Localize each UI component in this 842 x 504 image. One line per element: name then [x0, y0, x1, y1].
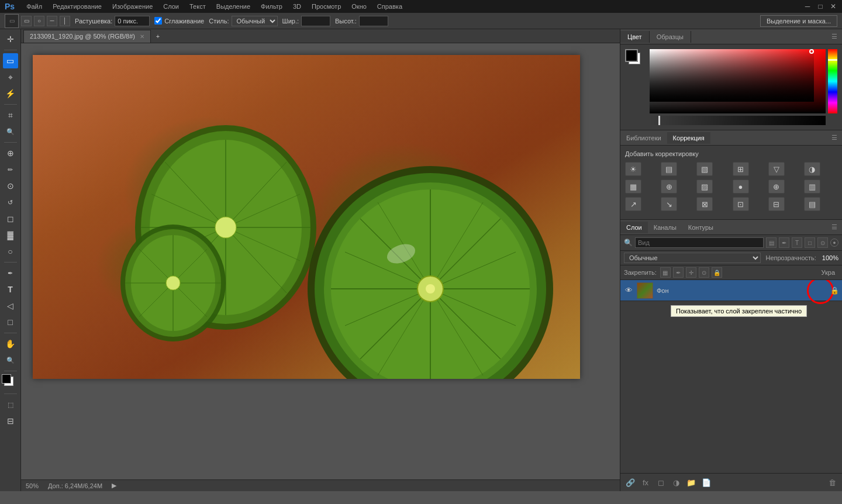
tool-select-ellipse-icon[interactable]: ○: [34, 16, 44, 26]
layer-name[interactable]: Фон: [657, 287, 827, 294]
add-mask-icon[interactable]: ◻: [654, 476, 667, 489]
lock-paint-icon[interactable]: ✒: [673, 267, 684, 278]
black-white-icon[interactable]: ⊕: [661, 179, 677, 194]
new-layer-icon[interactable]: 📄: [700, 476, 713, 489]
select-mask-button[interactable]: Выделение и маска...: [760, 15, 837, 27]
channel-mixer-icon[interactable]: ●: [733, 179, 749, 194]
filter-pixel-icon[interactable]: ▤: [766, 237, 777, 248]
add-style-icon[interactable]: fx: [639, 476, 652, 489]
tool-select-col-icon[interactable]: │: [60, 16, 70, 26]
brightness-icon[interactable]: ☀: [625, 162, 641, 176]
document-tab[interactable]: 2133091_1920.jpg @ 50% (RGB/8#) ✕: [23, 30, 151, 43]
zoom-tool[interactable]: 🔍: [3, 353, 18, 368]
color-alpha-bar[interactable]: [650, 116, 826, 125]
tab-channels[interactable]: Каналы: [648, 222, 682, 233]
lasso-tool[interactable]: ⌖: [3, 70, 18, 85]
minimize-button[interactable]: ─: [803, 2, 812, 11]
color-lookup-icon[interactable]: ⊕: [768, 179, 785, 194]
menu-filter[interactable]: Фильтр: [256, 2, 287, 11]
layers-search-input[interactable]: [635, 237, 764, 248]
menu-layers[interactable]: Слои: [158, 2, 184, 11]
new-group-icon[interactable]: 📁: [685, 476, 698, 489]
menu-edit[interactable]: Редактирование: [48, 2, 106, 11]
style-select[interactable]: Обычный: [232, 16, 278, 26]
exposure-icon[interactable]: ⊞: [733, 162, 749, 176]
menu-text[interactable]: Текст: [185, 2, 210, 11]
select-rect-tool[interactable]: ▭: [3, 53, 18, 68]
color-balance-icon[interactable]: ▦: [625, 179, 641, 194]
crop-tool[interactable]: ⌗: [3, 108, 18, 123]
fg-bg-swatches[interactable]: [625, 49, 645, 69]
curves-icon[interactable]: ▧: [696, 162, 713, 176]
tab-libraries[interactable]: Библиотеки: [620, 132, 667, 144]
layer-thumbnail[interactable]: [637, 282, 653, 299]
lock-all-icon[interactable]: 🔒: [712, 267, 722, 278]
delete-layer-icon[interactable]: 🗑: [826, 476, 838, 489]
levels-icon[interactable]: ▤: [661, 162, 677, 176]
color-panel-menu[interactable]: ☰: [827, 30, 842, 43]
menu-window[interactable]: Окно: [347, 2, 371, 11]
filter-shape-icon[interactable]: □: [805, 237, 815, 248]
text-tool[interactable]: T: [3, 282, 18, 297]
color-gradient-area[interactable]: [650, 49, 837, 125]
canvas-image[interactable]: [33, 55, 580, 379]
new-tab-button[interactable]: +: [153, 30, 163, 43]
filter-type-icon[interactable]: T: [792, 237, 802, 248]
shape-tool[interactable]: □: [3, 315, 18, 330]
gradient-tool[interactable]: ▓: [3, 227, 18, 243]
lock-move-icon[interactable]: ✛: [686, 267, 696, 278]
maximize-button[interactable]: □: [816, 2, 824, 11]
hue-sat-icon[interactable]: ◑: [804, 162, 820, 176]
link-layers-icon[interactable]: 🔗: [624, 476, 637, 489]
vibrance-icon[interactable]: ▽: [768, 162, 785, 176]
color-hue-bar[interactable]: [828, 49, 837, 113]
invert-icon[interactable]: ▥: [804, 179, 820, 194]
adj-panel-menu[interactable]: ☰: [827, 132, 842, 144]
color-swatches[interactable]: [2, 374, 19, 391]
eyedropper-tool[interactable]: 🔍: [3, 124, 18, 139]
menu-view[interactable]: Просмотр: [307, 2, 346, 11]
threshold-icon[interactable]: ↘: [661, 197, 677, 211]
healing-tool[interactable]: ⊕: [3, 146, 18, 161]
history-tool[interactable]: ↺: [3, 195, 18, 210]
tool-select-row-icon[interactable]: ─: [47, 16, 57, 26]
pen-tool[interactable]: ✒: [3, 265, 18, 281]
quick-mask-tool[interactable]: ⬚: [3, 397, 18, 412]
feather-input[interactable]: [115, 16, 150, 26]
tab-close-button[interactable]: ✕: [140, 33, 144, 40]
posterize-icon[interactable]: ↗: [625, 197, 641, 211]
filter-smart-icon[interactable]: ⊙: [817, 237, 828, 248]
menu-file[interactable]: Файл: [22, 2, 47, 11]
blend-mode-select[interactable]: Обычные: [624, 253, 761, 263]
dodge-tool[interactable]: ○: [3, 244, 18, 259]
close-button[interactable]: ✕: [829, 2, 837, 11]
anti-alias-checkbox[interactable]: [154, 17, 162, 25]
move-tool[interactable]: ✛: [3, 32, 18, 47]
filter-toggle[interactable]: ●: [830, 239, 838, 247]
extra-icon2[interactable]: ▤: [804, 197, 820, 211]
filter-adj-icon[interactable]: ✒: [779, 237, 789, 248]
tab-layers[interactable]: Слои: [620, 222, 648, 233]
lock-pixels-icon[interactable]: ▦: [660, 267, 671, 278]
tool-preset-picker[interactable]: ▭: [5, 14, 19, 28]
menu-help[interactable]: Справка: [372, 2, 407, 11]
status-arrow[interactable]: ▶: [112, 482, 116, 489]
color-saturation-value[interactable]: [650, 49, 826, 113]
fg-color-swatch[interactable]: [2, 374, 11, 384]
menu-select[interactable]: Выделение: [212, 2, 255, 11]
add-adjustment-icon[interactable]: ◑: [670, 476, 682, 489]
fg-color-box[interactable]: [625, 49, 638, 62]
tab-contours[interactable]: Контуры: [682, 222, 719, 233]
color-picker-cursor[interactable]: [809, 49, 814, 54]
tab-correction[interactable]: Коррекция: [667, 132, 710, 144]
hand-tool[interactable]: ✋: [3, 336, 18, 351]
clone-tool[interactable]: ⊙: [3, 178, 18, 194]
width-input[interactable]: [301, 16, 330, 26]
photo-filter-icon[interactable]: ▨: [696, 179, 713, 194]
quick-select-tool[interactable]: ⚡: [3, 86, 18, 101]
tool-select-rect-icon[interactable]: ▭: [21, 16, 32, 26]
menu-image[interactable]: Изображение: [108, 2, 157, 11]
tab-color[interactable]: Цвет: [620, 31, 650, 43]
brush-tool[interactable]: ✏: [3, 162, 18, 177]
select-color-icon[interactable]: ⊡: [733, 197, 749, 211]
